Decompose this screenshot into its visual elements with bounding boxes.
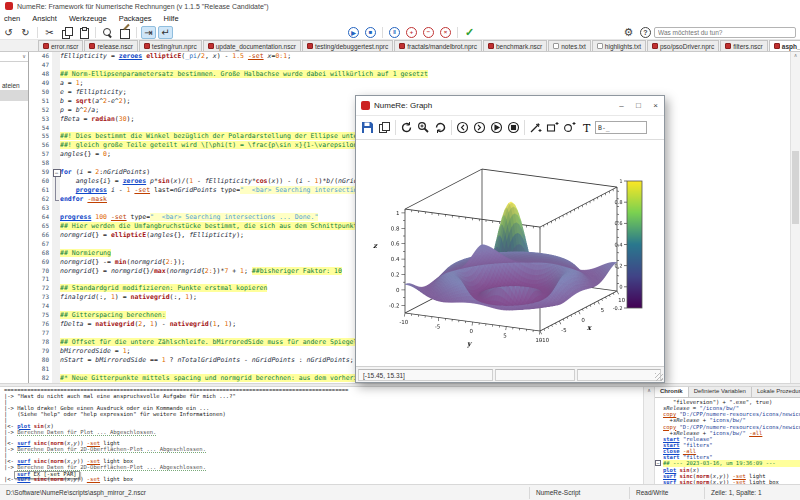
editor-tab[interactable]: filters.nscr xyxy=(720,40,768,51)
draw-rect-icon[interactable] xyxy=(544,119,561,136)
toolbar-separator xyxy=(457,27,458,38)
editor-tab[interactable]: notes.txt xyxy=(548,40,591,51)
script-file-icon xyxy=(43,43,49,49)
script-file-icon xyxy=(144,43,150,49)
minimize-icon[interactable]: – xyxy=(613,96,630,115)
search-input[interactable] xyxy=(654,27,796,38)
editor-tab[interactable]: highlights.txt xyxy=(592,40,646,51)
menu-item-ansicht[interactable]: Ansicht xyxy=(26,13,63,24)
line-number: 52 xyxy=(30,106,52,115)
fold-box-icon[interactable]: − xyxy=(655,460,661,466)
refresh-icon[interactable] xyxy=(398,119,415,136)
help-icon[interactable]: ? xyxy=(640,27,651,38)
script-file-icon xyxy=(208,43,214,49)
undo-icon[interactable]: ↺ xyxy=(1,26,16,39)
file-tree-panel[interactable]: ateien xyxy=(0,52,29,383)
bottom-tab-chronik[interactable]: Chronik xyxy=(655,387,689,397)
draw-text-icon[interactable]: T xyxy=(578,119,595,136)
editor-tab[interactable]: release.nscr xyxy=(84,40,137,51)
close-icon[interactable]: × xyxy=(647,96,664,115)
editor-tab[interactable]: error.nscr xyxy=(38,40,83,51)
svg-text:T: T xyxy=(583,122,591,135)
surface-plot-canvas[interactable] xyxy=(356,140,664,366)
line-number: 67 xyxy=(30,240,52,249)
editor-tab[interactable]: testing/debuggertest.nprc xyxy=(302,40,393,51)
fold-margin[interactable] xyxy=(52,168,60,177)
fold-margin xyxy=(52,329,60,338)
line-number: 66 xyxy=(30,231,52,240)
editor-tab[interactable]: fractals/mandelbrot.nprc xyxy=(394,40,482,51)
code-line: 47 xyxy=(30,61,800,70)
bottom-area: ========================================… xyxy=(0,387,800,484)
editor-tab[interactable]: benchmark.nscr xyxy=(483,40,547,51)
editor-tab[interactable]: update_documentation.nscr xyxy=(203,40,301,51)
editor-tab[interactable]: asph_mirror_2.nscr× xyxy=(769,40,800,51)
menu-item-hilfe[interactable]: Hilfe xyxy=(158,13,185,24)
line-number: 50 xyxy=(30,88,52,97)
status-cursor-position: Zeile: 1, Spalte: 1 xyxy=(705,487,800,499)
status-file-type: NumeRe-Script xyxy=(530,487,630,499)
bottom-tab-definierte-variablen[interactable]: Definierte Variablen xyxy=(689,387,752,397)
history-list[interactable]: "fileversion") + ".exe", true)sRelease =… xyxy=(655,398,800,484)
edit-icon[interactable] xyxy=(117,26,132,39)
editor-tab[interactable]: pso/psoDriver.nprc xyxy=(647,40,719,51)
line-number: 73 xyxy=(30,293,52,302)
menu-item-chen[interactable]: chen xyxy=(0,13,26,24)
fold-margin xyxy=(52,61,60,70)
editor-scrollbar[interactable]: ∧ xyxy=(790,52,800,383)
run-script-icon[interactable]: ⇥ xyxy=(141,26,156,39)
toolbar-separator xyxy=(382,27,383,38)
terminal-scrollbar[interactable]: ∧ xyxy=(643,387,655,484)
draw-line-icon[interactable] xyxy=(527,119,544,136)
graph-window[interactable]: NumeRe: Graph – □ × T [-15.45, 15.31] xyxy=(355,95,665,383)
gear-icon[interactable]: ⚙ xyxy=(621,26,636,39)
line-number: 48 xyxy=(30,70,52,79)
draw-circle-icon[interactable] xyxy=(561,119,578,136)
stop-icon[interactable]: ■ xyxy=(363,26,378,39)
analyze-icon[interactable]: ✓ xyxy=(462,26,477,39)
clear-breakpoints-icon[interactable]: × xyxy=(438,26,453,39)
graph-title-bar[interactable]: NumeRe: Graph – □ × xyxy=(356,96,664,116)
add-breakpoint-icon[interactable]: + xyxy=(404,26,419,39)
maximize-icon[interactable]: □ xyxy=(630,96,647,115)
remove-breakpoint-icon[interactable]: − xyxy=(421,26,436,39)
line-number: 82 xyxy=(30,374,52,383)
cut-icon[interactable]: ✂ xyxy=(42,26,57,39)
search-icon[interactable] xyxy=(100,26,115,39)
anim-stop-icon[interactable] xyxy=(505,119,522,136)
line-number: 47 xyxy=(30,61,52,70)
line-number: 58 xyxy=(30,159,52,168)
fold-margin xyxy=(52,204,60,213)
toolbar-separator xyxy=(136,27,137,38)
save-icon[interactable] xyxy=(359,119,376,136)
nav-next-icon[interactable] xyxy=(471,119,488,136)
line-number: 80 xyxy=(30,356,52,365)
debug-toolbar: ▶ ■ ‖ + − × ✓ xyxy=(345,26,478,39)
execute-line-icon[interactable]: ↵ xyxy=(158,26,173,39)
redo-icon[interactable]: ↻ xyxy=(18,26,33,39)
terminal[interactable]: ========================================… xyxy=(0,387,643,484)
script-file-icon xyxy=(307,43,313,49)
reset-view-icon[interactable] xyxy=(432,119,449,136)
bottom-tab-lokale-prozeduren[interactable]: Lokale Prozeduren xyxy=(752,387,800,397)
copy-icon[interactable] xyxy=(59,26,74,39)
zoom-in-icon[interactable] xyxy=(415,119,432,136)
copy-icon[interactable] xyxy=(376,119,393,136)
file-tree-selected-row[interactable] xyxy=(0,90,28,101)
editor-tab[interactable]: testing/run.nprc xyxy=(139,40,202,51)
file-tree-combo[interactable] xyxy=(0,52,28,62)
line-number: 61 xyxy=(30,186,52,195)
graph-status-cell xyxy=(495,369,575,381)
menu-item-packages[interactable]: Packages xyxy=(113,13,158,24)
paste-icon[interactable] xyxy=(76,26,91,39)
pause-icon[interactable]: ‖ xyxy=(387,26,402,39)
start-icon[interactable]: ▶ xyxy=(346,26,361,39)
plot-style-input[interactable] xyxy=(595,121,647,134)
graph-status-bar: [-15.45, 15.31] xyxy=(356,366,664,382)
resize-grip[interactable] xyxy=(655,373,663,381)
anim-play-icon[interactable] xyxy=(488,119,505,136)
fold-margin xyxy=(52,97,60,106)
fold-margin xyxy=(52,79,60,88)
nav-prev-icon[interactable] xyxy=(454,119,471,136)
menu-item-werkzeuge[interactable]: Werkzeuge xyxy=(63,13,113,24)
